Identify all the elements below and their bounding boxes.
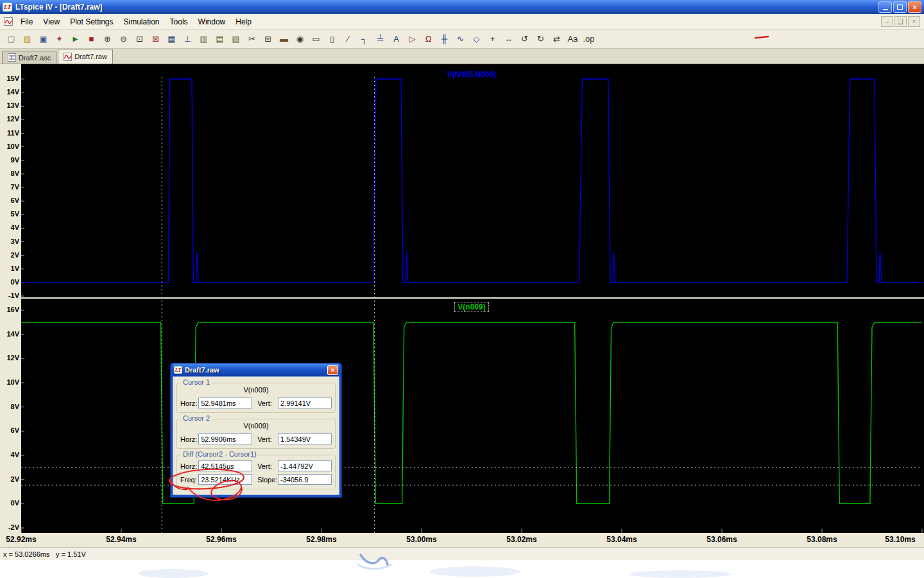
minimize-button[interactable]: [878, 1, 892, 13]
halt-icon[interactable]: ■: [83, 31, 99, 47]
draw-line-icon[interactable]: ∕: [340, 31, 356, 47]
open-folder-icon[interactable]: ▨: [19, 31, 35, 47]
diff-slope-label: Slope:: [257, 476, 278, 484]
capacitor-icon[interactable]: ╫: [436, 31, 452, 47]
tile-horizontal-icon[interactable]: ▤: [212, 31, 228, 47]
y-axis-tick-label: 6V: [0, 426, 19, 434]
menu-window[interactable]: Window: [193, 15, 231, 28]
save-icon[interactable]: ▣: [35, 31, 51, 47]
redo-icon[interactable]: ↻: [533, 31, 549, 47]
y-axis-tick-label: -2V: [0, 523, 19, 531]
tile-vertical-icon[interactable]: ▥: [196, 31, 212, 47]
copy-icon[interactable]: ⊞: [260, 31, 276, 47]
mdi-restore-button[interactable]: ❑: [894, 16, 907, 27]
component-icon[interactable]: ◇: [468, 31, 484, 47]
print-icon[interactable]: ▭: [308, 31, 324, 47]
cursor-dialog-title-bar[interactable]: LT Draft7.raw ×: [173, 363, 339, 376]
x-axis-tick-label: 53.08ms: [800, 535, 844, 544]
trace-label-v-n009[interactable]: V(n009): [454, 302, 488, 312]
x-axis-tick-label: 52.94ms: [99, 535, 144, 544]
waveform-plot[interactable]: [0, 64, 924, 533]
control-panel-icon[interactable]: ✦: [51, 31, 67, 47]
cut-icon[interactable]: ✂: [244, 31, 260, 47]
cursor-dialog-title: Draft7.raw: [185, 366, 327, 374]
y-axis-tick-label: 8V: [0, 403, 19, 410]
menu-tools[interactable]: Tools: [165, 15, 193, 28]
close-icon[interactable]: ×: [327, 365, 338, 375]
grid-icon[interactable]: ▦: [164, 31, 180, 47]
status-y-readout: y = 1.51V: [56, 550, 86, 558]
resistor-icon[interactable]: Ω: [420, 31, 436, 47]
menu-simulation[interactable]: Simulation: [119, 15, 165, 28]
document-icon[interactable]: [4, 17, 13, 26]
move-icon[interactable]: +: [484, 31, 501, 47]
spice-directive-icon[interactable]: .op: [581, 31, 597, 47]
tab-draft7-asc[interactable]: Draft7.asc: [2, 51, 56, 64]
mdi-close-button[interactable]: ×: [908, 16, 920, 27]
diff-horz-field[interactable]: [198, 460, 252, 471]
tab-draft7-raw[interactable]: Draft7.raw: [58, 49, 113, 64]
restore-button[interactable]: [893, 1, 907, 13]
x-axis-tick-label: 52.98ms: [299, 535, 344, 544]
cursor2-horz-label: Horz:: [180, 435, 198, 443]
y-axis-tick-label: 14V: [0, 88, 19, 96]
menu-help[interactable]: Help: [230, 15, 257, 28]
menu-bar: FileViewPlot SettingsSimulationToolsWind…: [0, 14, 924, 30]
inductor-icon[interactable]: ∿: [452, 31, 468, 47]
cursor1-vert-field[interactable]: [278, 398, 332, 408]
cursor1-horz-field[interactable]: [198, 398, 252, 408]
diff-slope-field[interactable]: [278, 474, 332, 485]
diode-icon[interactable]: ▷: [404, 31, 420, 47]
paste-icon[interactable]: ▬: [276, 31, 292, 47]
diff-freq-label: Freq:: [180, 476, 198, 484]
menu-file[interactable]: File: [15, 15, 38, 28]
wire-icon[interactable]: ┐: [356, 31, 372, 47]
zoom-full-extents-icon[interactable]: ⊠: [148, 31, 164, 47]
drag-icon[interactable]: ↔: [501, 31, 517, 47]
menu-view[interactable]: View: [38, 15, 65, 28]
x-axis-tick-label: 52.96ms: [199, 535, 244, 544]
trace-label-v-n005-n006[interactable]: V(N005,N006): [447, 70, 497, 79]
y-axis-tick-label: -1V: [0, 292, 19, 299]
run-icon[interactable]: ►: [67, 31, 83, 47]
x-axis-tick-label: 53.02ms: [499, 535, 544, 544]
x-axis-tick-label: 53.10ms: [878, 535, 923, 544]
y-axis-tick-label: 6V: [0, 197, 19, 204]
waveform-viewer[interactable]: 15V14V13V12V11V10V9V8V7V6V5V4V3V2V1V0V-1…: [0, 64, 924, 547]
diff-vert-field[interactable]: [278, 460, 332, 471]
net-label-icon[interactable]: A: [388, 31, 404, 47]
x-axis-tick-label: 53.04ms: [599, 535, 644, 544]
y-axis-tick-label: 15V: [0, 74, 19, 82]
y-axis-tick-label: 10V: [0, 378, 19, 386]
print-preview-icon[interactable]: ▯: [324, 31, 340, 47]
new-file-icon[interactable]: ▢: [3, 31, 19, 47]
x-axis-tick-label: 53.00ms: [399, 535, 444, 544]
ground-icon[interactable]: ╧: [372, 31, 388, 47]
cursor1-horz-label: Horz:: [180, 399, 198, 407]
y-axis-tick-label: 1V: [0, 265, 19, 272]
cascade-windows-icon[interactable]: ▧: [228, 31, 244, 47]
zoom-area-icon[interactable]: ⊡: [132, 31, 148, 47]
y-axis-tick-label: 13V: [0, 101, 19, 109]
y-axis-tick-label: 14V: [0, 330, 19, 338]
zoom-out-icon[interactable]: ⊖: [116, 31, 132, 47]
menu-plot-settings[interactable]: Plot Settings: [65, 15, 118, 28]
find-icon[interactable]: ◉: [292, 31, 308, 47]
text-icon[interactable]: Aa: [565, 31, 581, 47]
autorange-icon[interactable]: ⊥: [180, 31, 196, 47]
diff-freq-field[interactable]: [198, 474, 252, 485]
cursor2-vert-field[interactable]: [278, 434, 332, 444]
close-button[interactable]: ×: [908, 1, 921, 13]
mirror-icon[interactable]: ⇄: [549, 31, 565, 47]
diff-vert-label: Vert:: [257, 462, 278, 470]
cursor2-horz-field[interactable]: [198, 434, 252, 444]
mdi-minimize-button[interactable]: –: [881, 16, 893, 27]
undo-icon[interactable]: ↺: [517, 31, 533, 47]
x-axis-labels: 52.92ms52.94ms52.96ms52.98ms53.00ms53.02…: [0, 533, 924, 547]
diff-group-label: Diff (Cursor2 - Cursor1): [181, 450, 259, 458]
window-title-bar: LT LTspice IV - [Draft7.raw] ×: [0, 0, 924, 14]
y-axis-tick-label: 0V: [0, 499, 19, 507]
tab-label: Draft7.asc: [19, 54, 51, 62]
zoom-in-icon[interactable]: ⊕: [99, 31, 116, 47]
cursor-dialog[interactable]: LT Draft7.raw × Cursor 1 V(n009) Horz: V…: [170, 363, 342, 498]
